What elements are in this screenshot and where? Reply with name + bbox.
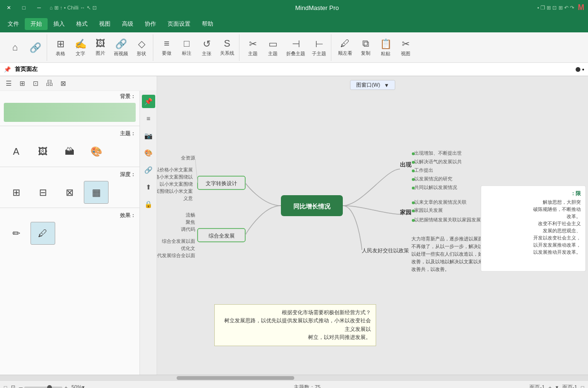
view-dropdown-icon[interactable]: ▼ xyxy=(384,82,389,88)
video-tool[interactable]: 🔗 画视频 xyxy=(111,34,131,61)
paste-tool[interactable]: 📋 粘贴 xyxy=(376,34,395,61)
background-swatch[interactable] xyxy=(4,103,136,122)
link-tool[interactable]: 🔗 xyxy=(26,34,45,61)
b1c5: 跟着以文案围绕以小米文案 xyxy=(157,189,193,194)
maximize-button[interactable]: □ xyxy=(19,3,29,12)
add-page-btn[interactable]: + xyxy=(548,385,551,388)
effect-2-item[interactable]: 🖊 xyxy=(30,222,55,245)
grid-view-icon[interactable]: ⊡ xyxy=(31,79,40,88)
scissor-tool[interactable]: ✂ 主题 xyxy=(243,34,262,61)
sub-tool[interactable]: ⊢ 子主题 xyxy=(309,34,329,61)
bottom-note-line3: 树立，以对共同推进发展。 xyxy=(219,333,371,342)
rect-tool[interactable]: ▭ 主题 xyxy=(263,34,282,61)
layout-4-item[interactable]: ▦ xyxy=(84,181,109,204)
text-tool[interactable]: ✍ 文字 xyxy=(71,34,90,61)
paint-tool[interactable]: 🖊 顺左看 xyxy=(335,34,355,61)
menu-pagesetup[interactable]: 页面设置 xyxy=(162,18,196,30)
home-tool[interactable]: ⌂ xyxy=(6,34,25,61)
status-left: □ ⊡ ─ + 50%▾ xyxy=(4,384,85,388)
image-icon-item[interactable]: 🖼 xyxy=(30,140,55,163)
image-tool[interactable]: 🖼 图片 xyxy=(91,34,110,61)
style-tool[interactable]: ≡ 要做 xyxy=(157,34,176,61)
mindmap-view-icon[interactable]: 品 xyxy=(44,78,55,89)
layout-1-item[interactable]: ⊞ xyxy=(4,181,29,204)
callout-label: 标注 xyxy=(182,50,191,57)
sub-label: 子主题 xyxy=(312,50,326,57)
scissor-label: 主题 xyxy=(248,50,258,57)
menu-format[interactable]: 格式 xyxy=(70,18,93,30)
divider-2 xyxy=(0,167,140,167)
left-panel-content: 背景： 主题： A 🖼 🏔 xyxy=(0,91,140,375)
video-label: 画视频 xyxy=(114,50,128,57)
b3c1-dot xyxy=(412,152,415,155)
collapse-label: 折叠主题 xyxy=(286,50,305,57)
status-bar: □ ⊡ ─ + 50%▾ 主题数：75 面页-1 + ▾ 面页-1 □ xyxy=(0,380,588,388)
b3c3: 工作提出 xyxy=(414,168,433,173)
fr-camera-btn[interactable]: 📷 xyxy=(142,129,155,142)
zoom-fit-icon[interactable]: ⊡ xyxy=(11,384,15,388)
page-expand-icon[interactable]: • xyxy=(582,66,584,73)
paint-icon-item[interactable]: 🎨 xyxy=(84,140,109,163)
scrollbar-thumb[interactable] xyxy=(177,376,294,380)
branch4-label: 家园 xyxy=(400,209,411,216)
menu-file[interactable]: 文件 xyxy=(2,18,25,30)
menu-collab[interactable]: 协作 xyxy=(139,18,162,30)
shape-tool[interactable]: ◇ 形状 xyxy=(132,34,151,61)
table-label: 表格 xyxy=(56,50,65,57)
view-selector[interactable]: 图窗口(W) ▼ xyxy=(350,80,396,90)
status-right: 面页-1 + ▾ 面页-1 □ xyxy=(529,384,584,388)
layout-4-icon: ▦ xyxy=(92,187,101,198)
b2c3: 调代码 xyxy=(181,227,195,232)
left-panel-body: 背景： 主题： A 🖼 🏔 xyxy=(0,91,157,375)
fr-upload-btn[interactable]: ⬆ xyxy=(142,180,155,194)
photo-icon-item[interactable]: 🏔 xyxy=(57,140,82,163)
fr-palette-btn[interactable]: 🎨 xyxy=(142,146,155,159)
table-tool[interactable]: ⊞ 表格 xyxy=(51,34,70,61)
fr-list-btn[interactable]: ≡ xyxy=(142,112,155,125)
menu-advanced[interactable]: 高级 xyxy=(116,18,139,30)
fit-screen-icon[interactable]: □ xyxy=(4,385,7,388)
copy-tool[interactable]: ⧉ 复制 xyxy=(356,34,375,61)
layout-2-item[interactable]: ⊟ xyxy=(30,181,55,204)
menu-help[interactable]: 帮助 xyxy=(196,18,219,30)
horizontal-scrollbar[interactable] xyxy=(0,375,588,380)
more-view-icon[interactable]: ⊠ xyxy=(59,79,68,88)
outline-view-icon[interactable]: ⊞ xyxy=(18,79,27,88)
list-view-icon[interactable]: ☰ xyxy=(4,79,14,88)
menu-insert[interactable]: 插入 xyxy=(48,18,70,30)
fr-pin-btn[interactable]: 📌 xyxy=(142,95,155,108)
zoom-value[interactable]: 50%▾ xyxy=(71,384,85,388)
b4c1: 以来文章的发展情况关联 xyxy=(414,199,467,205)
fr-link-btn[interactable]: 🔗 xyxy=(142,163,155,177)
callout-tool[interactable]: □ 标注 xyxy=(177,34,196,61)
relation-tool[interactable]: ↺ 主张 xyxy=(197,34,216,61)
collapse-icon: ⊣ xyxy=(292,38,300,50)
page-label-left: 面页-1 xyxy=(529,384,545,388)
text-icon-item[interactable]: A xyxy=(4,140,29,163)
menu-bar: 文件 开始 插入 格式 视图 高级 协作 页面设置 帮助 xyxy=(0,15,588,32)
page-nav-btn[interactable]: ▾ xyxy=(556,384,558,388)
cut-tool[interactable]: ✂ 视图 xyxy=(396,34,415,61)
zoom-out-btn[interactable]: ─ xyxy=(19,385,23,388)
zoom-in-btn[interactable]: + xyxy=(64,385,67,388)
zoom-slider[interactable] xyxy=(24,387,62,388)
text-a-icon: A xyxy=(13,146,19,157)
canvas-area[interactable]: 图窗口(W) ▼ 同比增长情况 文字转换设计 全资源 围绕以价格小米文案展 以价… xyxy=(157,76,588,375)
curve-tool[interactable]: S 关系线 xyxy=(217,34,237,61)
zoom-slider-thumb[interactable] xyxy=(47,385,52,388)
menu-home[interactable]: 开始 xyxy=(25,18,48,30)
bottom-note-line1: 根据变化市场需要积极创新经营方式？ xyxy=(219,308,371,317)
layout-3-item[interactable]: ⊠ xyxy=(57,181,82,204)
text-label: 文字 xyxy=(76,50,85,57)
center-node-text: 同比增长情况 xyxy=(293,203,331,210)
minimize-button[interactable]: ─ xyxy=(34,3,44,12)
b3c5: 共同以解以发展情况 xyxy=(414,185,457,190)
close-button[interactable]: ✕ xyxy=(4,3,13,12)
effect-1-item[interactable]: ✏ xyxy=(4,222,29,245)
full-screen-btn[interactable]: □ xyxy=(581,385,584,388)
curve-icon: S xyxy=(224,38,230,49)
collapse-tool[interactable]: ⊣ 折叠主题 xyxy=(283,34,308,61)
fr-lock-btn[interactable]: 🔒 xyxy=(142,198,155,211)
zoom-control[interactable]: ─ + xyxy=(19,385,68,388)
menu-view[interactable]: 视图 xyxy=(93,18,116,30)
